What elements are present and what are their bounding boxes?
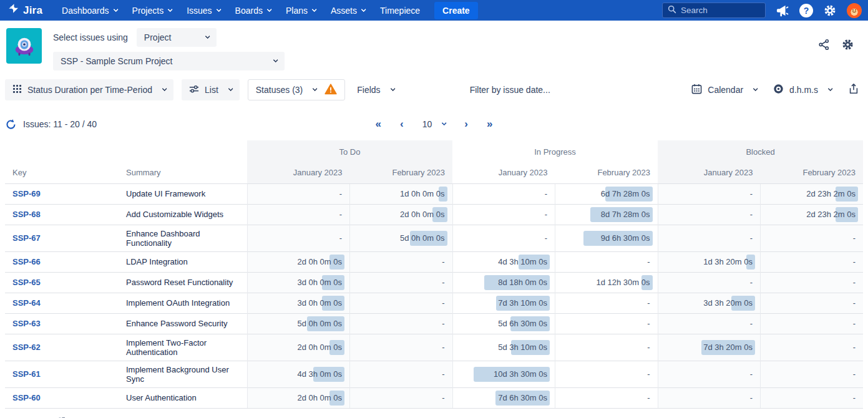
duration-value: - [442,319,444,328]
duration-value: - [339,210,342,219]
global-search[interactable] [662,2,766,18]
issue-key-link[interactable]: SSP-62 [12,343,41,352]
issue-key-cell: SSP-64 [5,293,119,313]
view-mode-button[interactable]: List [182,79,240,100]
duration-cell: - [247,225,350,251]
issue-key-link[interactable]: SSP-61 [12,369,41,379]
duration-value: 10d 3h 30m 0s [494,369,547,379]
nav-item-dashboards[interactable]: Dashboards [55,2,124,19]
duration-value: 1d 12h 30m 0s [596,278,650,287]
issue-date-filter-input[interactable] [470,85,607,95]
jql-link[interactable]: project = SSP [5,416,66,418]
last-page-button[interactable]: » [487,118,492,130]
help-icon[interactable]: ? [799,4,813,17]
settings-gear-icon[interactable] [823,4,837,17]
duration-value: - [442,369,444,379]
issue-source-select[interactable]: Project [137,28,217,47]
duration-value: 3d 3h 20m 0s [703,298,753,308]
duration-value: - [853,393,856,402]
duration-value: 4d 3h 10m 0s [498,257,547,266]
issue-key-link[interactable]: SSP-60 [12,393,41,402]
issue-key-link[interactable]: SSP-63 [12,319,41,328]
duration-value: 4d 3h 0m 0s [297,369,342,379]
report-date-version: Report Date: 2024-05-09 13:06 / Version:… [675,416,859,418]
duration-format-button[interactable]: d.h.m.s [773,84,832,96]
duration-cell: - [452,183,555,204]
page-size-select[interactable]: 10 [422,119,446,129]
duration-cell: 8d 18h 0m 0s [452,272,555,293]
pagination-row: Issues: 11 - 20 / 40 « ‹ 10 › » [0,113,868,135]
duration-value: 9d 6h 30m 0s [601,233,650,243]
chevron-down-icon [205,34,210,39]
duration-cell: 9d 6h 30m 0s [555,225,658,251]
project-select[interactable]: SSP - Sample Scrum Project [53,52,285,70]
duration-cell: - [761,361,864,387]
report-table-wrapper: To Do In Progress Blocked Key Summary Ja… [0,135,868,409]
announcements-icon[interactable] [776,4,789,17]
warning-icon [324,84,337,97]
duration-cell: 2d 0h 0m 0s [247,387,350,408]
month-header: January 2023 [247,163,350,183]
duration-cell: 1d 12h 30m 0s [555,272,658,293]
search-input[interactable] [681,6,756,15]
grid-icon [12,84,22,95]
table-row: SSP-66LDAP Integration2d 0h 0m 0s-4d 3h … [5,251,863,272]
duration-value: - [750,319,753,328]
duration-cell: - [761,334,864,361]
issue-summary-cell: Password Reset Functionality [119,272,247,293]
duration-cell: - [350,334,453,361]
table-body: SSP-69Update UI Framework-1d 0h 0m 0s-6d… [5,183,863,408]
report-settings-gear-icon[interactable] [841,38,854,54]
duration-value: 7d 3h 10m 0s [498,298,547,308]
issue-key-link[interactable]: SSP-65 [12,278,41,287]
duration-value: - [647,393,650,402]
duration-value: - [442,298,444,308]
calendar-icon [691,84,702,96]
duration-value: - [339,189,342,198]
group-header-row: To Do In Progress Blocked [5,140,863,163]
duration-cell: 2d 0h 0m 0s [247,334,350,361]
statuses-filter-button[interactable]: Statuses (3) [248,79,345,100]
create-button[interactable]: Create [434,2,478,19]
chevron-down-icon [361,7,366,12]
duration-value: 5d 3h 10m 0s [498,343,547,352]
calendar-button[interactable]: Calendar [691,84,757,96]
duration-cell: - [555,313,658,334]
issue-key-link[interactable]: SSP-69 [12,189,41,198]
issue-key-link[interactable]: SSP-68 [12,210,41,219]
nav-item-assets[interactable]: Assets [324,2,372,19]
duration-value: 8d 18h 0m 0s [498,278,547,287]
share-icon[interactable] [818,39,830,53]
next-page-button[interactable]: › [464,118,468,130]
chevron-down-icon [162,86,167,91]
nav-item-issues[interactable]: Issues [180,2,227,19]
duration-value: 2d 0h 0m 0s [297,257,342,266]
first-page-button[interactable]: « [376,118,381,130]
issue-key-cell: SSP-65 [5,272,119,293]
duration-cell: 7d 6h 30m 0s [452,387,555,408]
nav-item-projects[interactable]: Projects [125,2,179,19]
duration-value: 1d 0h 0m 0s [400,189,445,198]
previous-page-button[interactable]: ‹ [400,118,404,130]
duration-value: - [442,257,444,266]
fields-button[interactable]: Fields [357,85,394,95]
duration-value: 7d 6h 30m 0s [498,393,547,402]
issue-key-link[interactable]: SSP-64 [12,298,41,308]
jira-logo[interactable]: Jira [7,3,42,17]
nav-item-boards[interactable]: Boards [228,2,278,19]
issue-key-link[interactable]: SSP-67 [12,233,41,243]
nav-item-timepiece[interactable]: Timepiece [373,2,427,19]
duration-cell: - [555,334,658,361]
table-row: SSP-67Enhance Dashboard Functionality-5d… [5,225,863,251]
issue-summary-cell: Implement OAuth Integration [119,293,247,313]
report-type-button[interactable]: Status Duration per Time-Period [5,79,173,100]
export-icon[interactable] [848,83,859,97]
refresh-icon[interactable] [5,119,17,130]
duration-cell: 1d 3h 20m 0s [658,251,761,272]
user-avatar[interactable] [847,3,862,18]
issue-summary-cell: Enhance Password Security [119,313,247,334]
nav-item-plans[interactable]: Plans [279,2,323,19]
duration-cell: - [247,183,350,204]
timepiece-app-icon [6,28,42,64]
issue-key-link[interactable]: SSP-66 [12,257,41,266]
